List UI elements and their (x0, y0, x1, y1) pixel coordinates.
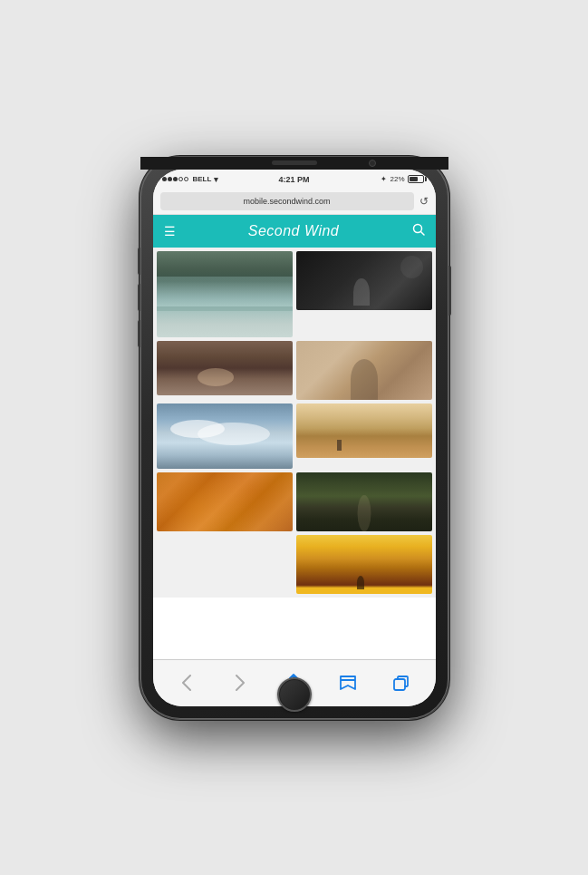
app-header: ☰ Second Wind (153, 215, 436, 248)
status-bar: BELL ▾ 4:21 PM ✦ 22% (153, 170, 436, 190)
phone-camera (369, 160, 376, 167)
photo-swimmer[interactable] (157, 341, 293, 395)
home-button[interactable] (277, 677, 312, 712)
signal-dot-5 (184, 177, 188, 181)
url-field[interactable]: mobile.secondwind.com (160, 192, 414, 210)
wifi-icon: ▾ (214, 175, 218, 184)
carrier-label: BELL (193, 175, 212, 183)
phone-speaker (272, 160, 317, 165)
url-text: mobile.secondwind.com (243, 197, 330, 206)
bookmarks-button[interactable] (332, 666, 364, 699)
phone-top-bar (140, 157, 448, 170)
signal-dot-1 (162, 177, 167, 181)
battery-body (408, 175, 424, 183)
signal-dot-3 (173, 177, 178, 181)
app-title: Second Wind (248, 223, 340, 239)
search-icon[interactable] (412, 223, 425, 238)
signal-dot-4 (178, 177, 183, 181)
svg-rect-2 (394, 679, 405, 690)
battery-tip (425, 177, 427, 181)
svg-line-1 (420, 232, 424, 236)
status-left: BELL ▾ (162, 175, 219, 184)
photo-bw-man[interactable] (296, 251, 432, 310)
photo-grid (157, 251, 432, 594)
url-bar: mobile.secondwind.com ↺ (153, 190, 436, 215)
photo-desert-figure[interactable] (296, 403, 432, 458)
photo-sunset[interactable] (296, 535, 432, 594)
photo-leaves[interactable] (157, 472, 293, 531)
photo-treepath[interactable] (296, 472, 432, 531)
photo-vintage-man[interactable] (296, 341, 432, 400)
phone-body: BELL ▾ 4:21 PM ✦ 22% (140, 157, 448, 719)
back-button[interactable] (170, 666, 203, 699)
signal-dot-2 (168, 177, 172, 181)
signal-bars (162, 177, 188, 181)
forward-button[interactable] (224, 666, 256, 699)
photo-clouds[interactable] (157, 403, 293, 469)
status-right: ✦ 22% (381, 175, 426, 183)
reload-button[interactable]: ↺ (419, 195, 429, 208)
battery-fill (410, 177, 419, 181)
phone-screen-area: BELL ▾ 4:21 PM ✦ 22% (153, 170, 436, 706)
status-time: 4:21 PM (278, 175, 309, 184)
battery-percent: 22% (390, 175, 404, 183)
bluetooth-icon: ✦ (381, 175, 387, 183)
battery-indicator (408, 175, 427, 183)
content-area[interactable] (153, 248, 436, 598)
menu-icon[interactable]: ☰ (164, 225, 176, 238)
phone-device: BELL ▾ 4:21 PM ✦ 22% (140, 157, 448, 719)
tabs-button[interactable] (385, 666, 418, 699)
photo-forest-lake[interactable] (157, 251, 293, 337)
